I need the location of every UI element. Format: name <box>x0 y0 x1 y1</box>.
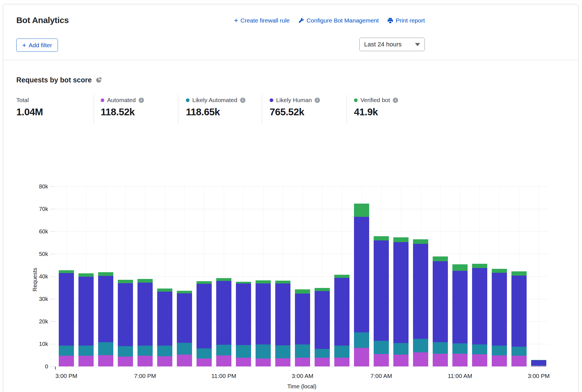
bar-segment-verified-bot[interactable] <box>256 280 271 283</box>
bar-segment-likely-automated[interactable] <box>118 346 133 357</box>
bar-segment-verified-bot[interactable] <box>197 281 212 284</box>
bar-segment-likely-automated[interactable] <box>492 346 507 355</box>
bar-segment-automated[interactable] <box>216 355 231 366</box>
bar-segment-verified-bot[interactable] <box>452 264 468 271</box>
bar-segment-automated[interactable] <box>118 357 133 366</box>
bar-segment-likely-automated[interactable] <box>98 342 113 355</box>
configure-bot-management-link[interactable]: Configure Bot Management <box>298 17 379 24</box>
bar-segment-automated[interactable] <box>256 359 271 366</box>
bar-segment-likely-human[interactable] <box>98 276 113 342</box>
bar-segment-likely-automated[interactable] <box>433 342 448 354</box>
bar-segment-likely-automated[interactable] <box>452 343 468 354</box>
bar-segment-verified-bot[interactable] <box>216 278 231 281</box>
bar-segment-verified-bot[interactable] <box>137 279 153 283</box>
bar-200am[interactable] <box>275 281 290 366</box>
add-filter-button[interactable]: + Add filter <box>16 39 58 52</box>
bar-segment-automated[interactable] <box>315 358 330 366</box>
bar-segment-likely-human[interactable] <box>256 283 271 344</box>
bar-segment-verified-bot[interactable] <box>177 291 192 293</box>
bar-400pm[interactable] <box>78 273 94 366</box>
bar-segment-automated[interactable] <box>511 356 527 366</box>
bar-800am[interactable] <box>393 237 409 366</box>
bar-segment-automated[interactable] <box>413 352 428 366</box>
bar-segment-likely-automated[interactable] <box>59 346 74 356</box>
bar-segment-verified-bot[interactable] <box>157 289 172 291</box>
bar-segment-verified-bot[interactable] <box>236 282 251 283</box>
bar-1100am[interactable] <box>452 264 468 366</box>
bar-700am[interactable] <box>374 236 389 366</box>
bar-segment-verified-bot[interactable] <box>511 271 527 276</box>
bar-segment-automated[interactable] <box>433 354 448 366</box>
bar-segment-automated[interactable] <box>59 356 74 366</box>
bar-segment-likely-human[interactable] <box>354 217 369 332</box>
bar-segment-automated[interactable] <box>393 355 409 366</box>
bar-segment-likely-human[interactable] <box>531 360 546 365</box>
bar-1000pm[interactable] <box>197 281 212 366</box>
bar-segment-likely-human[interactable] <box>511 276 527 347</box>
bar-segment-likely-human[interactable] <box>236 283 251 345</box>
print-report-link[interactable]: Print report <box>387 17 425 24</box>
bar-800pm[interactable] <box>157 289 172 366</box>
bar-segment-automated[interactable] <box>275 358 290 366</box>
bar-segment-likely-automated[interactable] <box>137 346 153 356</box>
bar-600am[interactable] <box>354 204 369 366</box>
bar-segment-likely-human[interactable] <box>137 283 153 346</box>
create-firewall-rule-link[interactable]: + Create firewall rule <box>234 17 290 24</box>
bar-segment-automated[interactable] <box>492 355 507 366</box>
bar-100pm[interactable] <box>492 269 507 366</box>
bar-segment-likely-human[interactable] <box>177 293 192 343</box>
bar-600pm[interactable] <box>118 280 133 366</box>
bar-segment-verified-bot[interactable] <box>315 288 330 291</box>
bar-300pm[interactable] <box>59 270 74 366</box>
bar-segment-likely-automated[interactable] <box>157 346 172 356</box>
bar-segment-verified-bot[interactable] <box>492 269 507 273</box>
bar-segment-automated[interactable] <box>197 359 212 366</box>
bar-segment-automated[interactable] <box>334 358 349 366</box>
bar-1100pm[interactable] <box>216 278 231 366</box>
bar-segment-automated[interactable] <box>157 356 172 366</box>
bar-900am[interactable] <box>413 239 428 366</box>
bar-segment-likely-human[interactable] <box>452 271 468 343</box>
bar-segment-automated[interactable] <box>354 348 369 366</box>
bar-segment-likely-automated[interactable] <box>334 346 349 358</box>
bar-segment-likely-human[interactable] <box>197 284 212 348</box>
bar-1200am[interactable] <box>236 282 251 366</box>
bar-segment-verified-bot[interactable] <box>413 239 428 244</box>
bar-segment-likely-automated[interactable] <box>78 346 94 356</box>
bar-segment-likely-human[interactable] <box>118 283 133 346</box>
bar-segment-automated[interactable] <box>78 356 94 366</box>
bar-segment-likely-human[interactable] <box>275 283 290 345</box>
bar-segment-likely-automated[interactable] <box>413 339 428 353</box>
bar-400am[interactable] <box>315 288 330 366</box>
bar-segment-likely-automated[interactable] <box>236 345 251 358</box>
bar-segment-likely-human[interactable] <box>157 292 172 346</box>
bar-segment-likely-human[interactable] <box>315 291 330 349</box>
time-range-select[interactable]: Last 24 hours <box>359 38 425 51</box>
bar-300pm[interactable] <box>531 360 546 366</box>
bar-segment-likely-automated[interactable] <box>472 344 487 354</box>
bar-segment-likely-automated[interactable] <box>315 349 330 358</box>
bar-segment-likely-automated[interactable] <box>531 365 546 366</box>
bar-segment-likely-human[interactable] <box>334 278 349 346</box>
bar-segment-likely-human[interactable] <box>413 244 428 339</box>
bar-segment-verified-bot[interactable] <box>433 256 448 261</box>
bar-segment-likely-automated[interactable] <box>275 345 290 358</box>
bar-500pm[interactable] <box>98 272 113 366</box>
bar-segment-likely-human[interactable] <box>216 281 231 345</box>
bar-segment-likely-human[interactable] <box>59 273 74 346</box>
bar-segment-likely-human[interactable] <box>492 273 507 345</box>
bar-segment-likely-automated[interactable] <box>511 347 527 355</box>
bar-segment-verified-bot[interactable] <box>275 281 290 283</box>
bar-segment-likely-human[interactable] <box>433 261 448 343</box>
bar-segment-likely-human[interactable] <box>472 268 487 344</box>
bar-500am[interactable] <box>334 275 349 366</box>
bar-segment-verified-bot[interactable] <box>98 272 113 276</box>
bar-segment-likely-automated[interactable] <box>374 341 389 354</box>
info-icon[interactable]: i <box>240 98 245 103</box>
bar-segment-likely-automated[interactable] <box>197 348 212 359</box>
info-icon[interactable]: i <box>393 98 398 103</box>
bar-segment-verified-bot[interactable] <box>78 273 94 277</box>
bar-segment-verified-bot[interactable] <box>334 275 349 278</box>
bar-segment-automated[interactable] <box>374 354 389 366</box>
bar-segment-verified-bot[interactable] <box>118 280 133 283</box>
